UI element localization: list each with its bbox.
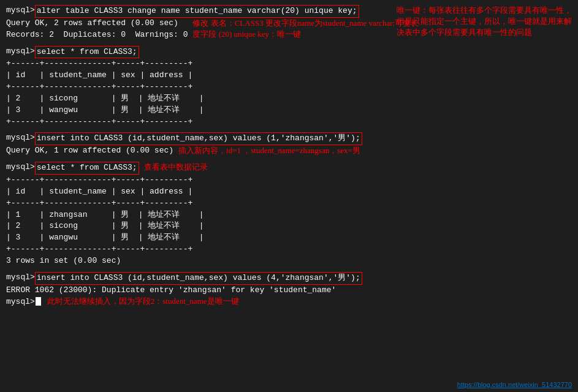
table-sep-bot-1: +------+--------------+-----+---------+ [6, 116, 572, 128]
command-box-2: select * from CLASS3; [35, 46, 139, 59]
block-select-2: mysql>select * from CLASS3;查看表中数据记录 +---… [6, 162, 572, 267]
annotation-1-line1: 修改 表名：CLASS3 更改字段name为student_name varch… [192, 18, 419, 29]
command-line-5: mysql>insert into CLASS3 (id,student_nam… [6, 272, 572, 285]
output-lines-1: Query OK, 2 rows affected (0.00 sec) Rec… [6, 18, 188, 41]
annotation-3: 插入新内容，id=1 ，student_name=zhangsan，sex=男 [178, 145, 360, 156]
output-line-1-1: Records: 2 Duplicates: 0 Warnings: 0 [6, 29, 188, 41]
table-row-1-1: | 2 | sicong | 男 | 地址不详 | [6, 93, 572, 105]
annotation-1-line2: 度字段 (20) unique key：唯一键 [192, 29, 419, 40]
block-insert-2: mysql>insert into CLASS3 (id,student_nam… [6, 272, 572, 307]
command-box-5: insert into CLASS3 (id,student_name,sex)… [35, 272, 362, 285]
table-sep-bot-2: +------+--------------+-----+---------+ [6, 244, 572, 255]
table-sep-top-1: +------+--------------+-----+---------+ [6, 58, 572, 70]
prompt-2: mysql> [6, 46, 35, 58]
prompt-5: mysql> [6, 272, 35, 284]
table-sep-mid-1: +------+--------------+-----+---------+ [6, 81, 572, 93]
block-select-1: mysql>select * from CLASS3; +------+----… [6, 46, 572, 128]
error-line-5: ERROR 1062 (23000): Duplicate entry 'zha… [6, 285, 572, 296]
table-row-2-1: | 1 | zhangsan | 男 | 地址不详 | [6, 209, 572, 221]
prompt-cursor-row: mysql> 此时无法继续插入，因为字段2：student_name是唯一键 [6, 296, 572, 307]
output-annotation-row-3: Query OK, 1 row affected (0.00 sec) 插入新内… [6, 145, 572, 157]
command-line-4: mysql>select * from CLASS3;查看表中数据记录 [6, 162, 572, 175]
table-sep-top-2: +------+--------------+-----+---------+ [6, 175, 572, 186]
table-row-1-2: | 3 | wangwu | 男 | 地址不详 | [6, 105, 572, 116]
annotation-4-inline: 查看表中数据记录 [144, 162, 208, 173]
prompt-1: mysql> [6, 5, 35, 17]
watermark-link: https://blog.csdn.net/weixin_51432770 [457, 381, 572, 388]
output-line-3-0: Query OK, 1 row affected (0.00 sec) [6, 145, 173, 157]
prompt-3: mysql> [6, 132, 35, 144]
terminal-window: mysql>alter table CLASS3 change name stu… [0, 0, 578, 392]
side-ann-line-1: 唯一键：每张表往往有多个字段需要具有唯一性， [397, 5, 572, 16]
side-ann-line-2: 但是只能指定一个主键，所以，唯一键就是用来解 [397, 16, 572, 27]
side-annotation-1: 唯一键：每张表往往有多个字段需要具有唯一性， 但是只能指定一个主键，所以，唯一键… [397, 5, 572, 38]
command-box-1: alter table CLASS3 change name student_n… [35, 5, 359, 18]
table-footer-2: 3 rows in set (0.00 sec) [6, 255, 572, 267]
table-row-2-3: | 3 | wangwu | 男 | 地址不详 | [6, 232, 572, 244]
side-ann-line-3: 决表中多个字段需要具有唯一性的问题 [397, 27, 572, 38]
block-insert-1: mysql>insert into CLASS3 (id,student_nam… [6, 132, 572, 157]
table-header-1: | id | student_name | sex | address | [6, 70, 572, 81]
command-box-3: insert into CLASS3 (id,student_name,sex)… [35, 132, 362, 145]
prompt-4: mysql> [6, 162, 35, 173]
output-line-1-0: Query OK, 2 rows affected (0.00 sec) [6, 18, 188, 29]
annotation-block-1: 修改 表名：CLASS3 更改字段name为student_name varch… [192, 18, 419, 40]
block-alter-table: mysql>alter table CLASS3 change name stu… [6, 5, 572, 41]
command-line-2: mysql>select * from CLASS3; [6, 46, 572, 59]
command-line-3: mysql>insert into CLASS3 (id,student_nam… [6, 132, 572, 145]
prompt-6: mysql> [6, 297, 35, 306]
table-sep-mid-2: +------+--------------+-----+---------+ [6, 198, 572, 209]
annotation-5: 此时无法继续插入，因为字段2：student_name是唯一键 [47, 296, 239, 307]
cursor-block [36, 297, 41, 306]
table-row-2-2: | 2 | sicong | 男 | 地址不详 | [6, 221, 572, 232]
table-header-2: | id | student_name | sex | address | [6, 186, 572, 198]
command-box-4: select * from CLASS3; [35, 162, 139, 175]
